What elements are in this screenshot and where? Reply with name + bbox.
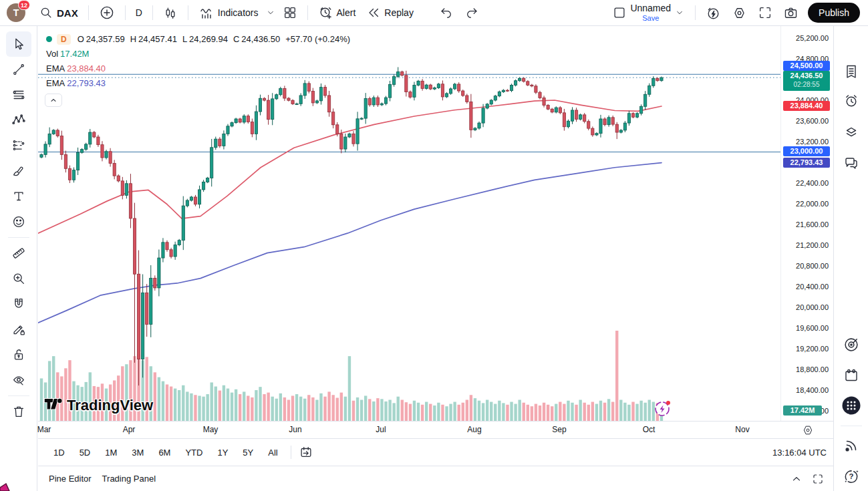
price-badge: 23,884.40 [783,101,830,111]
search-icon [39,5,53,20]
range-button-ytd[interactable]: YTD [179,445,208,460]
tool-cursor-button[interactable] [6,31,31,57]
ema-fast-label: EMA [46,63,65,73]
tool-edit-lock-button[interactable] [6,317,31,342]
apps-grid-icon [841,395,861,416]
range-button-5d[interactable]: 5D [74,445,97,460]
range-button-1m[interactable]: 1M [99,445,123,460]
interval-button[interactable]: D [130,3,148,23]
radar-icon [843,336,860,353]
range-button-6m[interactable]: 6M [152,445,176,460]
undo-button[interactable] [434,3,459,23]
range-button-3m[interactable]: 3M [126,445,150,460]
market-status-dot [46,36,52,42]
tradingview-logo-icon [44,397,63,414]
sidebar-alarm-button[interactable] [841,90,862,112]
top-toolbar-right: Unnamed Save Publish [607,3,868,23]
tool-eye-hide-button[interactable] [6,367,31,393]
edit-lock-icon [11,322,26,337]
tool-brush-button[interactable] [6,158,31,184]
trading-panel-tab[interactable]: Trading Panel [102,474,156,484]
symbol-search-button[interactable]: DAX [33,3,84,23]
settings-button[interactable] [726,3,752,23]
redo-button[interactable] [459,3,484,23]
collapse-panel-button[interactable] [790,473,803,485]
range-button-1d[interactable]: 1D [47,445,71,460]
replay-icon [366,5,381,20]
tool-emoji-button[interactable] [6,209,31,234]
footer-bar: Pine Editor Trading Panel [38,466,833,491]
user-avatar[interactable]: T 12 [7,3,25,22]
toolbar-separator [695,5,696,20]
sidebar-object-tree-button[interactable] [841,122,862,143]
cursor-icon [11,37,26,51]
legend-collapse-button[interactable] [45,94,62,107]
time-axis-label: Sep [552,425,566,434]
tool-projection-button[interactable] [6,133,31,158]
grid-layout-icon [283,5,297,20]
indicators-button[interactable]: Indicators [193,3,264,23]
legend-ema-fast-row[interactable]: EMA 23,884.40 [43,62,355,75]
tool-trash-button[interactable] [6,399,31,424]
fullscreen-button[interactable] [752,3,778,23]
axis-settings-gear-icon[interactable] [801,424,815,437]
flash-event-marker[interactable] [654,399,672,418]
tool-text-button[interactable] [6,184,31,209]
range-button-1y[interactable]: 1Y [211,445,234,460]
sidebar-calendar-button[interactable] [841,365,862,386]
sidebar-apps-grid-button[interactable] [841,395,862,416]
chart-pane[interactable]: D O 24,357.59 H 24,457.41 L 24,269.94 C … [38,26,780,421]
price-badge: 23,000.00 [783,146,830,156]
price-axis[interactable]: 25,200.0024,800.0024,000.0023,600.0023,2… [780,26,833,421]
sidebar-broadcast-button[interactable] [841,435,862,456]
layout-name-wrap[interactable]: Unnamed Save [630,3,671,21]
time-axis-label: Oct [643,425,656,434]
avatar-initial: T [13,7,19,18]
legend-ema-slow-row[interactable]: EMA 22,793.43 [43,77,355,90]
price-badge: 24,436.5002:28:55 [783,71,830,91]
range-button-5y[interactable]: 5Y [237,445,259,460]
zoom-in-icon [11,271,26,286]
tool-trendline-button[interactable] [6,57,31,82]
legend-ohlc-row[interactable]: D O 24,357.59 H 24,457.41 L 24,269.94 C … [43,33,355,45]
sidebar-help-button[interactable]: ? [841,466,862,487]
save-button[interactable]: Save [642,14,659,22]
eye-hide-icon [11,373,26,387]
alert-button[interactable]: Alert [313,3,361,23]
add-symbol-button[interactable] [94,3,120,23]
replay-label: Replay [384,7,414,18]
snapshot-button[interactable] [778,3,804,23]
publish-button[interactable]: Publish [808,3,860,23]
tool-ruler-button[interactable] [6,240,31,266]
quick-search-button[interactable] [700,3,726,23]
badge-price: 24,500.00 [783,61,830,71]
tool-fib-retracement-button[interactable] [6,82,31,108]
range-button-all[interactable]: All [262,445,283,460]
chart-style-button[interactable] [158,3,183,23]
fib-retracement-icon [11,88,26,102]
indicator-templates-button[interactable] [264,3,277,23]
tool-magnet-button[interactable] [6,291,31,317]
chevron-down-icon [265,7,276,18]
layout-grid-button[interactable] [277,3,303,23]
layout-button[interactable]: Unnamed Save [607,3,690,23]
emoji-icon [11,214,26,229]
legend-volume-row[interactable]: Vol 17.42M [43,47,355,60]
time-axis[interactable]: MarAprMayJunJulAugSepOctNov [38,421,833,438]
tool-xabcd-pattern-button[interactable] [6,108,31,133]
tool-lock-open-button[interactable] [6,342,31,367]
high-label: H [130,34,136,44]
sidebar-radar-button[interactable] [841,334,862,355]
toolbar-separator [125,5,126,20]
replay-button[interactable]: Replay [361,3,419,23]
alert-label: Alert [337,7,356,18]
pine-editor-tab[interactable]: Pine Editor [49,474,92,484]
price-axis-label: 20,000.00 [796,303,829,311]
sidebar-watchlist-button[interactable] [841,61,862,82]
price-axis-label: 18,400.00 [796,386,829,394]
goto-date-button[interactable] [297,444,315,460]
maximize-panel-button[interactable] [812,473,824,485]
tool-zoom-in-button[interactable] [6,266,31,291]
clock-utc[interactable]: 13:16:04 UTC [772,448,827,458]
sidebar-chat-button[interactable] [841,152,862,174]
